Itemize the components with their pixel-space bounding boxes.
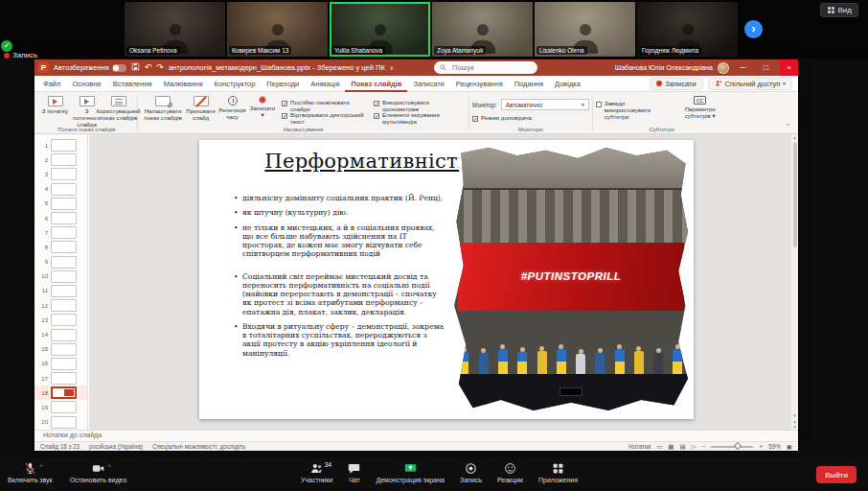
mic-muted-button[interactable]: ˄Включить звук xyxy=(4,460,57,485)
slide-thumbnail-image[interactable] xyxy=(51,343,77,356)
slide-thumbnail-image[interactable] xyxy=(51,168,77,180)
fit-to-window-icon[interactable]: ▣ xyxy=(787,443,792,451)
slide-thumbnail-12[interactable]: 12 xyxy=(34,298,87,313)
slide-thumbnail-15[interactable]: 15 xyxy=(34,342,87,357)
title-dropdown-caret-icon[interactable]: ∨ xyxy=(390,64,394,71)
save-icon[interactable] xyxy=(131,62,140,73)
always-use-subtitles-checkbox[interactable]: Завжди використовувати субтитри xyxy=(596,101,673,120)
document-title[interactable]: антропологія_метамодерн_Шабанова.pptx - … xyxy=(169,63,385,72)
ribbon-tab[interactable]: Вставлення xyxy=(107,76,158,92)
zoom-out-icon[interactable]: − xyxy=(702,443,706,450)
share-button[interactable]: Спільний доступ ▾ xyxy=(708,78,792,90)
collapse-ribbon-icon[interactable]: ⌃ xyxy=(785,123,790,130)
slide-sorter-view-icon[interactable]: ▦ xyxy=(668,443,674,451)
current-slide[interactable]: Перформативність діяльнісну домінанту со… xyxy=(199,140,694,419)
custom-slideshow-button[interactable]: Користувацький показ слайдів xyxy=(103,94,134,122)
search-input[interactable] xyxy=(450,62,527,73)
slide-thumbnail-19[interactable]: 19 xyxy=(34,400,87,414)
ribbon-tab[interactable]: Переходи xyxy=(261,76,305,92)
language-indicator[interactable]: російська (Україна) xyxy=(89,443,143,450)
slideshow-view-icon[interactable]: ▷ xyxy=(692,443,697,451)
presenter-view-checkbox[interactable]: ✓Режим доповідача xyxy=(472,115,589,122)
slide-thumbnail-image[interactable] xyxy=(51,386,77,399)
slide-thumbnail-6[interactable]: 6 xyxy=(34,211,87,225)
zoom-slider[interactable] xyxy=(711,446,753,448)
canvas-scrollbar[interactable]: ▴ ▾ ▴ ▾ xyxy=(790,134,798,430)
account-avatar[interactable] xyxy=(718,62,729,74)
leave-button[interactable]: Выйти xyxy=(816,466,857,483)
autosave-toggle[interactable]: Автозбереження xyxy=(54,63,126,72)
zoom-in-icon[interactable]: + xyxy=(759,443,763,450)
slide-thumbnail-image[interactable] xyxy=(51,256,77,269)
ribbon-tab[interactable]: Подання xyxy=(509,76,549,92)
from-beginning-button[interactable]: З початку xyxy=(39,94,71,115)
slide-thumbnail-image[interactable] xyxy=(51,198,77,210)
slide-thumbnail-image[interactable] xyxy=(51,183,77,196)
slide-thumbnail-image[interactable] xyxy=(51,401,77,413)
slide-bullet-list[interactable]: діяльнісну домінанту соціальних практик … xyxy=(234,194,445,363)
slide-thumbnail-9[interactable]: 9 xyxy=(34,255,87,269)
monitor-dropdown[interactable]: Автоматично▾ xyxy=(501,99,589,110)
zoom-slider-knob[interactable] xyxy=(733,442,741,450)
ribbon-tab[interactable]: Записати xyxy=(407,76,449,92)
record-presentation-button[interactable]: Записати xyxy=(650,78,702,90)
apps-button[interactable]: Приложения xyxy=(535,460,582,485)
video-button[interactable]: ˄Остановить видео xyxy=(66,460,131,485)
zoom-percentage[interactable]: 59% xyxy=(768,443,781,450)
scrollbar-thumb[interactable] xyxy=(793,142,797,247)
view-button[interactable]: Вид xyxy=(820,3,858,17)
subtitle-settings-button[interactable]: CC Параметри субтитрів ▾ xyxy=(673,94,728,120)
ribbon-tab[interactable]: Показ слайдів xyxy=(345,76,407,92)
accessibility-status[interactable]: Спеціальні можливості: дослідіть xyxy=(152,443,245,450)
slide-thumbnail-image[interactable] xyxy=(51,329,77,341)
slide-thumbnail-5[interactable]: 5 xyxy=(34,197,87,211)
slide-thumbnail-2[interactable]: 2 xyxy=(34,152,87,167)
ribbon-tab[interactable]: Довідка xyxy=(549,76,586,92)
slide-thumbnail-image[interactable] xyxy=(51,285,77,297)
record-slideshow-button[interactable]: Записати ▾ xyxy=(248,94,277,119)
participant-tile[interactable]: Городнюк Людмила xyxy=(637,2,738,57)
notes-toggle-button[interactable]: Нотатки xyxy=(628,443,651,450)
slide-thumbnail-8[interactable]: 8 xyxy=(34,240,87,254)
slide-thumbnail-image[interactable] xyxy=(51,314,77,326)
slide-thumbnail-3[interactable]: 3 xyxy=(34,167,87,181)
slide-thumbnail-image[interactable] xyxy=(51,153,77,166)
slide-photo[interactable]: #PUTINSTOPRILL xyxy=(449,143,693,415)
notes-panel[interactable]: Нотатки до слайда xyxy=(34,430,798,441)
record-button[interactable]: Запись xyxy=(456,460,486,485)
share-screen-button[interactable]: Демонстрация экрана xyxy=(372,460,448,485)
slide-thumbnail-20[interactable]: 20 xyxy=(34,415,87,430)
autosave-switch[interactable] xyxy=(112,64,126,72)
play-narrations-checkbox[interactable]: ✓Відтворювати дикторський текст xyxy=(282,112,370,125)
slide-thumbnail-image[interactable] xyxy=(51,226,77,239)
slide-thumbnail-16[interactable]: 16 xyxy=(34,357,87,371)
slide-thumbnail-13[interactable]: 13 xyxy=(34,313,87,327)
ribbon-tab[interactable]: Анімація xyxy=(305,76,345,92)
participant-tile[interactable]: Oksana Petinova xyxy=(125,2,225,57)
reading-view-icon[interactable]: ▤ xyxy=(679,443,685,451)
slide-thumbnail-14[interactable]: 14 xyxy=(34,327,87,341)
slide-thumbnail-17[interactable]: 17 xyxy=(34,371,87,386)
slide-thumbnail-image[interactable] xyxy=(51,270,77,283)
account-name[interactable]: Шабанова Юлія Олександрівна xyxy=(615,64,713,71)
reactions-button[interactable]: Реакции xyxy=(493,460,527,485)
chat-button[interactable]: Чат xyxy=(344,460,364,485)
rehearse-timings-button[interactable]: Репетиція часу xyxy=(217,94,248,121)
slide-thumbnail-image[interactable] xyxy=(51,139,77,152)
chevron-up-icon[interactable]: ˄ xyxy=(39,463,43,469)
ribbon-tab[interactable]: Конструктор xyxy=(209,76,262,92)
slide-thumbnail-image[interactable] xyxy=(51,372,77,385)
maximize-button[interactable]: □ xyxy=(757,59,775,76)
redo-icon[interactable]: ↷ xyxy=(156,63,164,72)
participant-tile[interactable]: Zoya Atamanyuk xyxy=(432,2,533,57)
participant-tile[interactable]: Yuliia Shabanova xyxy=(330,2,430,57)
media-controls-checkbox[interactable]: ✓Елементи керування мультимедіа xyxy=(374,112,466,125)
normal-view-icon[interactable]: ▭ xyxy=(656,443,662,451)
close-button[interactable]: × xyxy=(780,59,798,76)
undo-icon[interactable]: ↶ xyxy=(145,63,152,72)
slide-thumbnail-image[interactable] xyxy=(51,212,77,224)
minimize-button[interactable]: ─ xyxy=(734,59,752,76)
setup-slideshow-button[interactable]: ⚙ Налаштувати показ слайдів xyxy=(141,94,185,122)
slide-thumbnail-1[interactable]: 1 xyxy=(34,138,87,152)
ribbon-tab[interactable]: Рецензування xyxy=(450,76,509,92)
